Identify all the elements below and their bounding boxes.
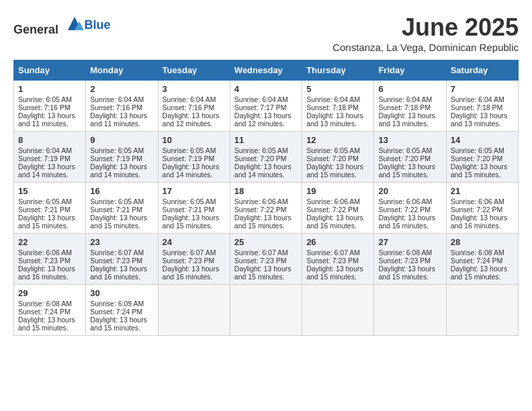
header-monday: Monday [86, 60, 158, 81]
week-row-4: 22Sunrise: 6:06 AMSunset: 7:23 PMDayligh… [14, 234, 519, 285]
header-thursday: Thursday [302, 60, 374, 81]
daylight-text: Daylight: 13 hours and 14 minutes. [234, 163, 292, 179]
sunset-text: Sunset: 7:23 PM [163, 257, 215, 265]
header-sunday: Sunday [14, 60, 86, 81]
sunrise-text: Sunrise: 6:09 AM [90, 300, 144, 308]
table-row: 13Sunrise: 6:05 AMSunset: 7:20 PMDayligh… [374, 132, 446, 183]
sunset-text: Sunset: 7:22 PM [306, 205, 359, 214]
calendar-title: June 2025 [332, 13, 519, 42]
sunrise-text: Sunrise: 6:05 AM [18, 95, 72, 103]
day-number: 16 [90, 186, 153, 196]
sunset-text: Sunset: 7:20 PM [378, 154, 431, 163]
day-number: 26 [306, 237, 369, 247]
sunset-text: Sunset: 7:19 PM [163, 154, 215, 163]
sunrise-text: Sunrise: 6:04 AM [234, 95, 288, 103]
sunset-text: Sunset: 7:20 PM [451, 154, 503, 163]
day-number: 9 [90, 135, 153, 145]
daylight-text: Daylight: 13 hours and 15 minutes. [163, 214, 220, 230]
day-number: 4 [234, 84, 298, 94]
day-number: 3 [163, 84, 226, 94]
day-number: 6 [378, 84, 441, 94]
table-row: 10Sunrise: 6:05 AMSunset: 7:19 PMDayligh… [158, 132, 230, 183]
sunrise-text: Sunrise: 6:07 AM [306, 248, 360, 257]
table-row [158, 285, 230, 336]
table-row: 28Sunrise: 6:08 AMSunset: 7:24 PMDayligh… [446, 234, 518, 285]
table-row: 8Sunrise: 6:04 AMSunset: 7:19 PMDaylight… [14, 132, 86, 183]
sunset-text: Sunset: 7:23 PM [90, 257, 142, 265]
sunset-text: Sunset: 7:24 PM [90, 308, 142, 316]
sunrise-text: Sunrise: 6:05 AM [18, 197, 72, 205]
daylight-text: Daylight: 13 hours and 15 minutes. [451, 163, 508, 179]
daylight-text: Daylight: 13 hours and 16 minutes. [90, 265, 147, 281]
sunrise-text: Sunrise: 6:05 AM [378, 146, 432, 154]
day-number: 20 [378, 186, 441, 196]
logo-blue: Blue [85, 18, 111, 32]
day-number: 18 [234, 186, 298, 196]
table-row: 19Sunrise: 6:06 AMSunset: 7:22 PMDayligh… [302, 183, 374, 234]
daylight-text: Daylight: 13 hours and 11 minutes. [18, 111, 75, 128]
day-number: 2 [90, 84, 153, 94]
sunset-text: Sunset: 7:18 PM [451, 103, 503, 111]
table-row: 3Sunrise: 6:04 AMSunset: 7:16 PMDaylight… [158, 81, 230, 132]
day-number: 8 [18, 135, 81, 145]
table-row [302, 285, 374, 336]
sunset-text: Sunset: 7:22 PM [451, 205, 503, 214]
sunrise-text: Sunrise: 6:07 AM [163, 248, 216, 257]
day-number: 25 [234, 237, 298, 247]
sunset-text: Sunset: 7:22 PM [234, 205, 287, 214]
daylight-text: Daylight: 13 hours and 15 minutes. [451, 265, 508, 281]
week-row-1: 1Sunrise: 6:05 AMSunset: 7:16 PMDaylight… [14, 81, 519, 132]
table-row: 9Sunrise: 6:05 AMSunset: 7:19 PMDaylight… [86, 132, 158, 183]
table-row: 30Sunrise: 6:09 AMSunset: 7:24 PMDayligh… [86, 285, 158, 336]
sunset-text: Sunset: 7:18 PM [378, 103, 431, 111]
daylight-text: Daylight: 13 hours and 14 minutes. [18, 163, 75, 179]
sunset-text: Sunset: 7:21 PM [163, 205, 215, 214]
sunset-text: Sunset: 7:19 PM [18, 154, 71, 163]
day-number: 15 [18, 186, 81, 196]
sunset-text: Sunset: 7:16 PM [163, 103, 215, 111]
sunrise-text: Sunrise: 6:04 AM [306, 95, 360, 103]
table-row: 29Sunrise: 6:08 AMSunset: 7:24 PMDayligh… [14, 285, 86, 336]
week-row-2: 8Sunrise: 6:04 AMSunset: 7:19 PMDaylight… [14, 132, 519, 183]
daylight-text: Daylight: 13 hours and 12 minutes. [163, 111, 220, 128]
table-row: 17Sunrise: 6:05 AMSunset: 7:21 PMDayligh… [158, 183, 230, 234]
sunrise-text: Sunrise: 6:07 AM [234, 248, 288, 257]
sunset-text: Sunset: 7:23 PM [306, 257, 359, 265]
table-row: 27Sunrise: 6:08 AMSunset: 7:23 PMDayligh… [374, 234, 446, 285]
logo-icon [64, 13, 85, 34]
sunset-text: Sunset: 7:23 PM [234, 257, 287, 265]
sunrise-text: Sunrise: 6:06 AM [18, 248, 72, 257]
day-number: 23 [90, 237, 153, 247]
header-tuesday: Tuesday [158, 60, 230, 81]
table-row: 11Sunrise: 6:05 AMSunset: 7:20 PMDayligh… [230, 132, 302, 183]
sunrise-text: Sunrise: 6:05 AM [234, 146, 288, 154]
header: General Blue June 2025 Constanza, La Veg… [13, 13, 519, 53]
sunrise-text: Sunrise: 6:04 AM [18, 146, 72, 154]
daylight-text: Daylight: 13 hours and 16 minutes. [163, 265, 220, 281]
title-area: June 2025 Constanza, La Vega, Dominican … [332, 13, 519, 53]
header-saturday: Saturday [446, 60, 518, 81]
daylight-text: Daylight: 13 hours and 14 minutes. [163, 163, 220, 179]
table-row [374, 285, 446, 336]
table-row: 15Sunrise: 6:05 AMSunset: 7:21 PMDayligh… [14, 183, 86, 234]
table-row: 2Sunrise: 6:04 AMSunset: 7:16 PMDaylight… [86, 81, 158, 132]
day-number: 7 [451, 84, 514, 94]
sunset-text: Sunset: 7:18 PM [306, 103, 359, 111]
table-row: 23Sunrise: 6:07 AMSunset: 7:23 PMDayligh… [86, 234, 158, 285]
daylight-text: Daylight: 13 hours and 13 minutes. [306, 111, 363, 128]
table-row: 7Sunrise: 6:04 AMSunset: 7:18 PMDaylight… [446, 81, 518, 132]
sunset-text: Sunset: 7:22 PM [378, 205, 431, 214]
sunset-text: Sunset: 7:19 PM [90, 154, 142, 163]
day-number: 27 [378, 237, 441, 247]
day-number: 28 [451, 237, 514, 247]
day-number: 29 [18, 288, 81, 298]
sunset-text: Sunset: 7:21 PM [90, 205, 142, 214]
sunrise-text: Sunrise: 6:05 AM [90, 146, 144, 154]
daylight-text: Daylight: 13 hours and 15 minutes. [306, 265, 363, 281]
table-row: 4Sunrise: 6:04 AMSunset: 7:17 PMDaylight… [230, 81, 302, 132]
day-number: 24 [163, 237, 226, 247]
table-row: 18Sunrise: 6:06 AMSunset: 7:22 PMDayligh… [230, 183, 302, 234]
sunset-text: Sunset: 7:17 PM [234, 103, 287, 111]
logo-general: General [13, 23, 58, 36]
sunrise-text: Sunrise: 6:06 AM [378, 197, 432, 205]
